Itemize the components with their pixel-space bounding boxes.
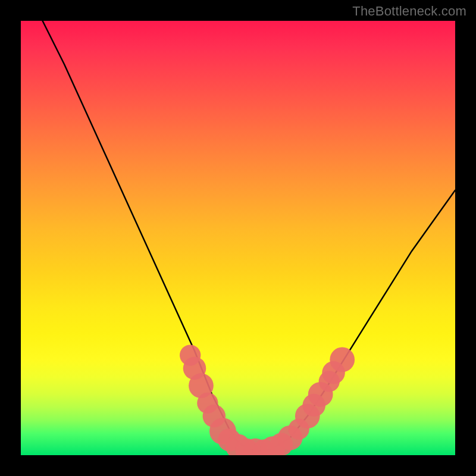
watermark-text: TheBottleneck.com: [352, 4, 466, 19]
chart-svg: [21, 21, 455, 455]
curve-line: [43, 21, 456, 451]
plot-area: [21, 21, 455, 455]
data-marker: [330, 347, 355, 372]
chart-frame: TheBottleneck.com: [0, 0, 476, 476]
